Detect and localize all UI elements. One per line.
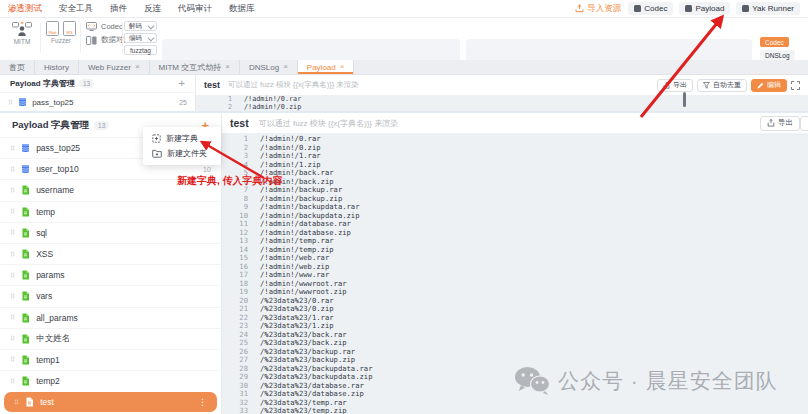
auto-dedup-button-clipped[interactable]: 自动去重 bbox=[800, 116, 808, 131]
tab-label: Web Fuzzer bbox=[88, 63, 131, 72]
close-icon[interactable]: × bbox=[225, 63, 230, 71]
close-icon[interactable]: × bbox=[283, 63, 288, 71]
tab-label: History bbox=[44, 63, 69, 72]
drag-handle-icon[interactable]: ⠿ bbox=[8, 99, 13, 106]
drag-handle-icon[interactable]: ⠿ bbox=[10, 166, 15, 173]
dictionary-item-all_params[interactable]: ⠿all_params bbox=[0, 307, 221, 328]
fuzzer-tool[interactable]: Web WS Fuzzer bbox=[46, 21, 76, 44]
watermark-text: 公众号 · 晨星安全团队 bbox=[558, 367, 778, 395]
auto-dedup-button[interactable]: 自动去重 bbox=[697, 79, 747, 92]
dictionary-item-pass-top25[interactable]: ⠿ pass_top25 25 bbox=[0, 92, 195, 111]
menu-item-new-dictionary[interactable]: 新建字典 bbox=[143, 131, 221, 146]
drag-handle-icon[interactable]: ⠿ bbox=[10, 208, 15, 215]
web-fuzzer-icon[interactable]: Web bbox=[46, 21, 59, 36]
topbar-button-codec[interactable]: Codec bbox=[628, 2, 673, 15]
dictionary-count: 10 bbox=[203, 165, 211, 174]
topbar-button-payload[interactable]: Payload bbox=[679, 2, 730, 15]
tab-label: DNSLog bbox=[249, 63, 279, 72]
codec-side-tab[interactable]: Codec bbox=[760, 37, 789, 47]
dnslog-side-tab[interactable]: DNSLog bbox=[760, 50, 795, 60]
editor-actions: 导出 bbox=[760, 116, 800, 131]
wechat-icon bbox=[514, 366, 550, 396]
menu-反连[interactable]: 反连 bbox=[144, 3, 161, 15]
codec-icon bbox=[634, 5, 641, 12]
dictionary-name: temp2 bbox=[36, 376, 60, 386]
drag-handle-icon[interactable]: ⠿ bbox=[10, 145, 15, 152]
line-number: 2 bbox=[196, 103, 232, 111]
dictionary-item-中文姓名[interactable]: ⠿中文姓名 bbox=[0, 328, 221, 349]
drag-handle-icon[interactable]: ⠿ bbox=[14, 399, 19, 406]
page-tab-bar: 首页HistoryWeb Fuzzer×MITM 交互式劫持×DNSLog×Pa… bbox=[0, 60, 808, 75]
topbar-button-yak-runner[interactable]: Yak Runner bbox=[736, 2, 800, 15]
mitm-tool[interactable]: MITM bbox=[6, 21, 38, 45]
payload-icon bbox=[685, 5, 692, 12]
drag-handle-icon[interactable]: ⠿ bbox=[10, 293, 15, 300]
yakit-window: 渗透测试安全工具插件反连代码审计数据库 导入资源 CodecPayloadYak… bbox=[0, 0, 808, 414]
menu-数据库[interactable]: 数据库 bbox=[229, 3, 255, 15]
menu-代码审计[interactable]: 代码审计 bbox=[178, 3, 212, 15]
dictionary-item-params[interactable]: ⠿params bbox=[0, 264, 221, 285]
ws-fuzzer-icon[interactable]: WS bbox=[63, 21, 76, 36]
drag-handle-icon[interactable]: ⠿ bbox=[10, 356, 15, 363]
topbar-right: 导入资源 CodecPayloadYak Runner bbox=[575, 2, 800, 15]
tab-DNSLog[interactable]: DNSLog× bbox=[240, 60, 298, 74]
fuzztag-button[interactable]: fuzztag bbox=[124, 45, 157, 55]
dictionary-item-test[interactable]: ⠿test⋮ bbox=[4, 392, 217, 412]
close-icon[interactable]: × bbox=[340, 63, 345, 71]
fuzzer-label: Fuzzer bbox=[51, 37, 71, 44]
export-button[interactable]: 导出 bbox=[657, 79, 693, 92]
export-icon bbox=[767, 119, 775, 127]
dictionary-item-temp[interactable]: ⠿temp bbox=[0, 201, 221, 222]
tab-Payload[interactable]: Payload× bbox=[298, 60, 355, 74]
file-icon bbox=[21, 355, 30, 365]
codec-icon bbox=[86, 22, 97, 31]
more-icon[interactable]: ⋮ bbox=[198, 398, 207, 407]
dictionary-name: pass_top25 bbox=[36, 143, 80, 153]
dictionary-content-upper[interactable]: 1/!admin!/0.rar2/!admin!/0.zip bbox=[196, 95, 808, 111]
code-line: 2/!admin!/0.zip bbox=[196, 103, 808, 111]
new-folder-icon bbox=[152, 149, 162, 158]
menu-插件[interactable]: 插件 bbox=[110, 3, 127, 15]
drag-handle-icon[interactable]: ⠿ bbox=[10, 378, 15, 385]
import-resource-button[interactable]: 导入资源 bbox=[575, 3, 621, 15]
dedup-icon bbox=[703, 82, 710, 89]
drag-handle-icon[interactable]: ⠿ bbox=[10, 251, 15, 258]
dictionary-item-sql[interactable]: ⠿sql bbox=[0, 222, 221, 243]
upload-icon bbox=[575, 4, 584, 13]
web-fuzzer-tag: Web bbox=[47, 30, 58, 35]
menu-安全工具[interactable]: 安全工具 bbox=[59, 3, 93, 15]
dictionary-item-vars[interactable]: ⠿vars bbox=[0, 285, 221, 306]
menu-渗透测试[interactable]: 渗透测试 bbox=[8, 3, 42, 15]
encode-dropdown[interactable]: 编码 bbox=[124, 33, 157, 43]
database-icon bbox=[21, 143, 30, 153]
decode-dropdown[interactable]: 解码 bbox=[124, 21, 157, 31]
edit-button[interactable]: 编辑 bbox=[751, 79, 787, 92]
tab-Web Fuzzer[interactable]: Web Fuzzer× bbox=[79, 60, 150, 74]
scrollbar-thumb[interactable] bbox=[683, 92, 686, 107]
add-group-button[interactable]: + bbox=[179, 78, 185, 89]
dictionary-item-temp1[interactable]: ⠿temp1 bbox=[0, 349, 221, 370]
pencil-icon bbox=[757, 82, 764, 89]
tab-History[interactable]: History bbox=[35, 60, 79, 74]
drag-handle-icon[interactable]: ⠿ bbox=[10, 314, 15, 321]
tab-首页[interactable]: 首页 bbox=[0, 60, 35, 74]
line-text: /!admin!/0.rar bbox=[244, 95, 301, 103]
dictionary-item-temp2[interactable]: ⠿temp2 bbox=[0, 370, 221, 391]
new-dictionary-label: 新建字典 bbox=[166, 133, 198, 144]
drag-handle-icon[interactable]: ⠿ bbox=[10, 272, 15, 279]
drag-handle-icon[interactable]: ⠿ bbox=[10, 335, 15, 342]
dictionary-name: test bbox=[40, 397, 54, 407]
export-button[interactable]: 导出 bbox=[760, 116, 800, 131]
dictionary-item-XSS[interactable]: ⠿XSS bbox=[0, 243, 221, 264]
drag-handle-icon[interactable]: ⠿ bbox=[10, 229, 15, 236]
tab-MITM 交互式劫持[interactable]: MITM 交互式劫持× bbox=[150, 60, 240, 74]
fullscreen-icon[interactable] bbox=[791, 81, 800, 90]
topbar-app-buttons: CodecPayloadYak Runner bbox=[628, 2, 800, 15]
dictionary-name: temp1 bbox=[36, 355, 60, 365]
dictionary-name: XSS bbox=[36, 249, 53, 259]
menu-item-new-folder[interactable]: 新建文件夹 bbox=[143, 146, 221, 161]
drag-handle-icon[interactable]: ⠿ bbox=[10, 187, 15, 194]
close-icon[interactable]: × bbox=[135, 63, 140, 71]
top-menu-bar: 渗透测试安全工具插件反连代码审计数据库 导入资源 CodecPayloadYak… bbox=[0, 0, 808, 18]
line-text: /!admin!/0.zip bbox=[244, 103, 301, 111]
